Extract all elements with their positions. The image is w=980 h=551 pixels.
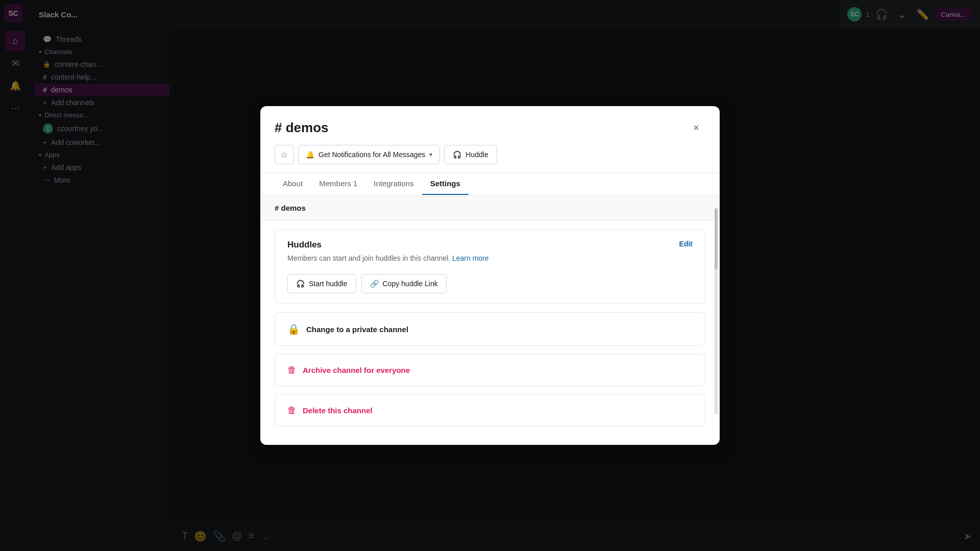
tab-members[interactable]: Members 1	[311, 173, 365, 195]
huddle-button[interactable]: 🎧 Huddle	[444, 145, 497, 164]
private-channel-section[interactable]: 🔒 Change to a private channel	[275, 312, 705, 346]
channel-name-section: # demos	[260, 195, 720, 221]
channel-settings-modal: # demos × ☆ 🔔 Get Notifications for All …	[260, 106, 720, 445]
modal-backdrop: # demos × ☆ 🔔 Get Notifications for All …	[0, 0, 980, 551]
huddles-title: Huddles	[287, 240, 489, 250]
channel-name-display: # demos	[275, 204, 306, 212]
huddles-edit-button[interactable]: Edit	[679, 240, 693, 248]
learn-more-link[interactable]: Learn more	[452, 254, 489, 262]
star-button[interactable]: ☆	[275, 145, 294, 164]
delete-section[interactable]: 🗑 Delete this channel	[275, 394, 705, 427]
start-huddle-button[interactable]: 🎧 Start huddle	[287, 274, 356, 293]
notifications-label: Get Notifications for All Messages	[318, 151, 425, 159]
modal-close-button[interactable]: ×	[687, 118, 705, 137]
huddles-section-content: Huddles Members can start and join huddl…	[287, 240, 489, 264]
modal-body: # demos Huddles Members can start and jo…	[260, 195, 720, 445]
chevron-icon: ▾	[429, 151, 432, 158]
tab-integrations[interactable]: Integrations	[365, 173, 422, 195]
tab-about[interactable]: About	[275, 173, 311, 195]
huddle-label: Huddle	[465, 151, 488, 159]
huddle-icon: 🎧	[453, 151, 461, 159]
huddles-section-header: Huddles Members can start and join huddl…	[275, 230, 705, 274]
notifications-button[interactable]: 🔔 Get Notifications for All Messages ▾	[298, 145, 440, 164]
star-icon: ☆	[281, 150, 288, 160]
lock-icon-private: 🔒	[287, 323, 300, 335]
modal-actions: ☆ 🔔 Get Notifications for All Messages ▾…	[275, 145, 705, 164]
huddles-section: Huddles Members can start and join huddl…	[275, 229, 705, 304]
archive-label: Archive channel for everyone	[303, 366, 410, 374]
delete-label: Delete this channel	[303, 406, 373, 415]
bell-icon: 🔔	[306, 151, 314, 159]
archive-section[interactable]: 🗑 Archive channel for everyone	[275, 354, 705, 386]
modal-title-row: # demos ×	[275, 118, 705, 137]
modal-title: # demos	[275, 120, 329, 136]
copy-huddle-button[interactable]: 🔗 Copy huddle Link	[361, 274, 447, 293]
tab-settings[interactable]: Settings	[422, 173, 469, 195]
trash-icon: 🗑	[287, 405, 297, 416]
private-channel-label: Change to a private channel	[306, 325, 408, 334]
archive-icon: 🗑	[287, 365, 297, 375]
modal-header: # demos × ☆ 🔔 Get Notifications for All …	[260, 106, 720, 173]
link-icon: 🔗	[370, 280, 379, 288]
headphones-icon-huddle: 🎧	[296, 280, 305, 288]
scrollbar-thumb[interactable]	[715, 208, 718, 269]
huddles-desc: Members can start and join huddles in th…	[287, 253, 489, 264]
scrollbar-track[interactable]	[715, 208, 718, 414]
modal-tabs: About Members 1 Integrations Settings	[260, 173, 720, 195]
huddles-actions: 🎧 Start huddle 🔗 Copy huddle Link	[275, 274, 705, 304]
